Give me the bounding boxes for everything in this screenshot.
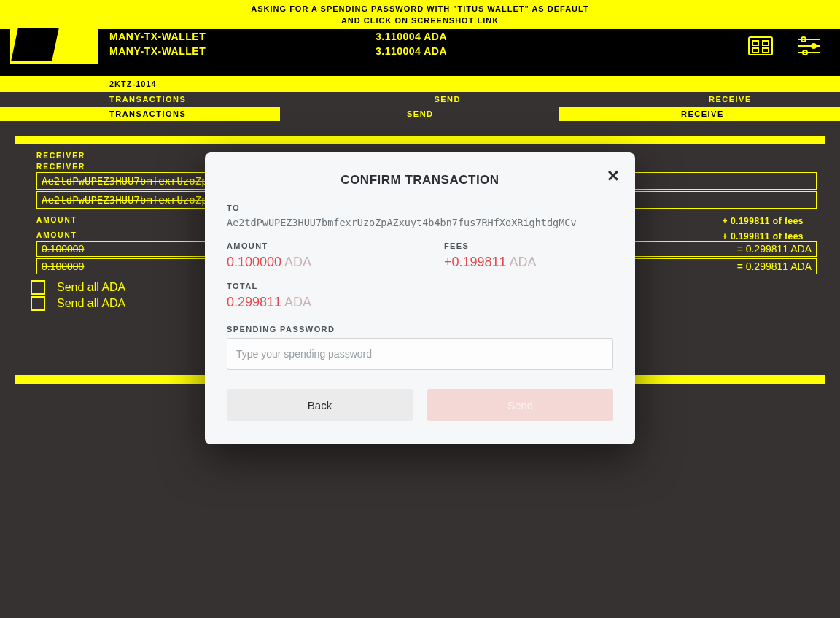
send-all-checkbox-dup[interactable] <box>31 296 45 311</box>
amount-label-text-dup: AMOUNT <box>36 231 77 239</box>
amount-value-dup: 0.100000 <box>42 260 84 272</box>
tab-receive-dup[interactable]: RECEIVE <box>681 109 724 118</box>
amount-label: AMOUNT + 0.199811 of fees <box>36 216 825 224</box>
amount-total: = 0.299811 ADA <box>737 243 812 255</box>
wallet-icon[interactable] <box>747 34 774 58</box>
amount-total-dup: = 0.299811 ADA <box>737 260 812 272</box>
banner-line-2: AND CLICK ON SCREENSHOT LINK <box>0 16 840 25</box>
svg-rect-4 <box>763 48 769 53</box>
header-strip: 2KTZ-1014 <box>0 76 840 92</box>
svg-rect-1 <box>752 41 758 45</box>
wallet-tabs-dup: TRANSACTIONS SEND RECEIVE <box>0 107 840 121</box>
wallet-balance: 3.110004 ADA <box>376 31 447 42</box>
divider <box>15 136 825 144</box>
amount-input-dup[interactable]: 0.100000 = 0.299811 ADA <box>36 258 817 274</box>
svg-rect-2 <box>763 41 769 45</box>
settings-icon[interactable] <box>795 34 822 58</box>
send-form: RECEIVER RECEIVER Ae2tdPwUPEZ3HUU7bmfexr… <box>0 136 840 384</box>
wallet-acct: 2KTZ-1014 <box>109 80 157 88</box>
back-button[interactable]: Back <box>227 389 413 421</box>
tab-send-dup[interactable]: SEND <box>407 109 681 118</box>
fees-note-dup: + 0.199811 of fees <box>723 231 804 242</box>
send-all-label: Send all ADA <box>57 281 125 294</box>
receiver-label: RECEIVER <box>36 152 825 160</box>
receiver-input-dup[interactable]: Ae2tdPwUPEZ3HUU7bmfexrUzoZpAZxuyt4b4bn7f… <box>36 191 817 209</box>
amount-value: 0.100000 <box>42 243 84 255</box>
banner-line-1: ASKING FOR A SPENDING PASSWORD WITH "TIT… <box>0 4 840 13</box>
amount-input[interactable]: 0.100000 = 0.299811 ADA <box>36 241 817 257</box>
send-all-label-dup: Send all ADA <box>57 297 125 310</box>
wallet-name-dup: MANY-TX-WALLET <box>109 45 206 57</box>
amount-label-text: AMOUNT <box>36 216 77 224</box>
wallet-name: MANY-TX-WALLET <box>109 31 206 42</box>
wallet-balance-dup: 3.110004 ADA <box>376 45 447 57</box>
divider-bottom <box>15 375 825 384</box>
amount-label-dup: AMOUNT + 0.199811 of fees <box>36 231 825 239</box>
tab-send[interactable]: SEND <box>434 95 461 104</box>
svg-rect-3 <box>752 48 758 53</box>
send-button[interactable]: Send <box>427 389 613 421</box>
send-all-checkbox[interactable] <box>31 280 45 295</box>
receiver-label-dup: RECEIVER <box>36 163 825 171</box>
wallet-header: MANY-TX-WALLET 3.110004 ADA MANY-TX-WALL… <box>0 29 840 76</box>
test-banner: ASKING FOR A SPENDING PASSWORD WITH "TIT… <box>0 0 840 29</box>
tab-receive[interactable]: RECEIVE <box>709 95 752 104</box>
wallet-tabs: TRANSACTIONS SEND RECEIVE <box>0 92 840 107</box>
tab-transactions[interactable]: TRANSACTIONS <box>109 95 186 104</box>
fees-note: + 0.199811 of fees <box>723 216 804 226</box>
receiver-input[interactable]: Ae2tdPwUPEZ3HUU7bmfexrUzoZpAZxuyt4b4bn7f… <box>36 172 817 190</box>
tab-transactions-dup[interactable]: TRANSACTIONS <box>109 109 407 118</box>
